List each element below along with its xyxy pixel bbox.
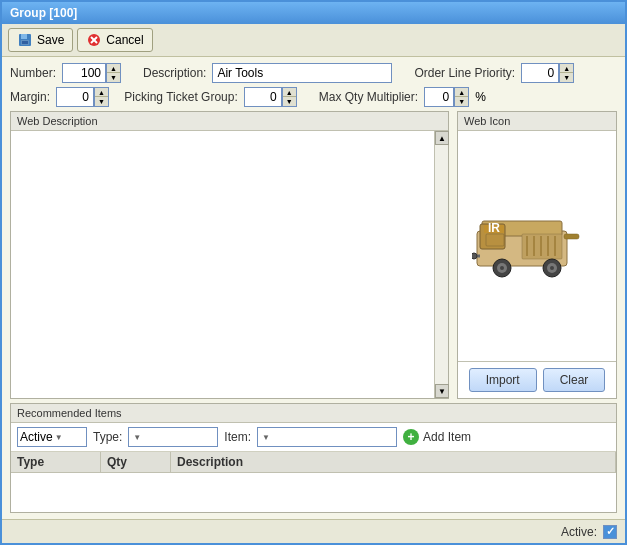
save-icon (17, 32, 33, 48)
order-line-priority-input[interactable] (521, 63, 559, 83)
picking-ticket-group-spinner: ▲ ▼ (282, 87, 297, 107)
active-checkbox[interactable]: ✓ (603, 525, 617, 539)
max-qty-multiplier-spinner: ▲ ▼ (454, 87, 469, 107)
type-dropdown[interactable]: ▼ (128, 427, 218, 447)
svg-rect-10 (522, 234, 562, 259)
col-desc-label: Description (177, 455, 243, 469)
checkbox-check: ✓ (606, 525, 615, 538)
svg-text:IR: IR (488, 221, 500, 235)
scroll-up-btn[interactable]: ▲ (435, 131, 449, 145)
web-icon-buttons: Import Clear (458, 362, 616, 398)
number-input[interactable] (62, 63, 106, 83)
margin-up-btn[interactable]: ▲ (95, 88, 108, 97)
cancel-label: Cancel (106, 33, 143, 47)
order-line-priority-down-btn[interactable]: ▼ (560, 73, 573, 82)
status-bar: Active: ✓ (2, 519, 625, 543)
status-dropdown-arrow: ▼ (55, 433, 63, 442)
col-header-description: Description (171, 452, 616, 472)
picking-ticket-group-input[interactable] (244, 87, 282, 107)
margin-down-btn[interactable]: ▼ (95, 97, 108, 106)
svg-rect-26 (564, 234, 579, 239)
row-margin: Margin: ▲ ▼ Picking Ticket Group: ▲ ▼ Ma… (10, 87, 617, 107)
item-dropdown[interactable]: ▼ (257, 427, 397, 447)
number-field: ▲ ▼ (62, 63, 121, 83)
item-label: Item: (224, 430, 251, 444)
web-icon-panel: Web Icon (457, 111, 617, 399)
status-dropdown-value: Active (20, 430, 53, 444)
toolbar: Save Cancel (2, 24, 625, 57)
web-description-scrollbar[interactable]: ▲ ▼ (434, 131, 448, 398)
number-spinner: ▲ ▼ (106, 63, 121, 83)
svg-rect-27 (486, 234, 504, 246)
recommended-items-table: Type Qty Description (11, 452, 616, 512)
recommended-items-title: Recommended Items (11, 404, 616, 423)
picking-ticket-group-field: ▲ ▼ (244, 87, 297, 107)
margin-spinner: ▲ ▼ (94, 87, 109, 107)
order-line-priority-label: Order Line Priority: (414, 66, 515, 80)
number-label: Number: (10, 66, 56, 80)
svg-rect-3 (22, 41, 28, 44)
web-description-textarea[interactable] (15, 135, 430, 394)
pct-unit: % (475, 90, 486, 104)
order-line-priority-spinner: ▲ ▼ (559, 63, 574, 83)
picking-ticket-group-label: Picking Ticket Group: (124, 90, 237, 104)
col-header-type: Type (11, 452, 101, 472)
web-icon-image: IR (458, 131, 616, 362)
description-label: Description: (143, 66, 206, 80)
picking-ticket-group-up-btn[interactable]: ▲ (283, 88, 296, 97)
web-icon-svg: IR (472, 206, 602, 286)
recommended-items-toolbar: Active ▼ Type: ▼ Item: ▼ + Add Item (11, 423, 616, 452)
margin-label: Margin: (10, 90, 50, 104)
max-qty-multiplier-label: Max Qty Multiplier: (319, 90, 418, 104)
description-input[interactable] (212, 63, 392, 83)
order-line-priority-up-btn[interactable]: ▲ (560, 64, 573, 73)
content-area: Number: ▲ ▼ Description: Order Line Prio… (2, 57, 625, 519)
max-qty-multiplier-field: ▲ ▼ (424, 87, 469, 107)
order-line-priority-field: ▲ ▼ (521, 63, 574, 83)
col-header-qty: Qty (101, 452, 171, 472)
max-qty-multiplier-input[interactable] (424, 87, 454, 107)
web-description-panel: Web Description ▲ ▼ (10, 111, 449, 399)
svg-point-23 (472, 253, 477, 259)
cancel-icon (86, 32, 102, 48)
active-label: Active: (561, 525, 597, 539)
status-dropdown[interactable]: Active ▼ (17, 427, 87, 447)
col-qty-label: Qty (107, 455, 127, 469)
svg-rect-1 (21, 34, 27, 39)
add-item-icon: + (403, 429, 419, 445)
add-item-button[interactable]: + Add Item (403, 429, 471, 445)
number-down-btn[interactable]: ▼ (107, 73, 120, 82)
add-item-label: Add Item (423, 430, 471, 444)
type-dropdown-arrow: ▼ (133, 433, 141, 442)
table-header: Type Qty Description (11, 452, 616, 473)
max-qty-multiplier-up-btn[interactable]: ▲ (455, 88, 468, 97)
scroll-down-btn[interactable]: ▼ (435, 384, 449, 398)
col-type-label: Type (17, 455, 44, 469)
middle-section: Web Description ▲ ▼ Web Icon (10, 111, 617, 399)
web-description-content: ▲ ▼ (11, 131, 448, 398)
window-title: Group [100] (10, 6, 77, 20)
picking-ticket-group-down-btn[interactable]: ▼ (283, 97, 296, 106)
item-dropdown-arrow: ▼ (262, 433, 270, 442)
number-up-btn[interactable]: ▲ (107, 64, 120, 73)
title-bar: Group [100] (2, 2, 625, 24)
margin-input[interactable] (56, 87, 94, 107)
type-label: Type: (93, 430, 122, 444)
web-description-title: Web Description (11, 112, 448, 131)
scroll-track (435, 145, 448, 384)
margin-field: ▲ ▼ (56, 87, 109, 107)
row-number-desc: Number: ▲ ▼ Description: Order Line Prio… (10, 63, 617, 83)
svg-point-21 (550, 266, 554, 270)
save-label: Save (37, 33, 64, 47)
main-window: Group [100] Save Cancel Number: (0, 0, 627, 545)
max-qty-multiplier-down-btn[interactable]: ▼ (455, 97, 468, 106)
clear-button[interactable]: Clear (543, 368, 606, 392)
import-button[interactable]: Import (469, 368, 537, 392)
recommended-items-section: Recommended Items Active ▼ Type: ▼ Item:… (10, 403, 617, 513)
web-icon-title: Web Icon (458, 112, 616, 131)
svg-point-18 (500, 266, 504, 270)
cancel-button[interactable]: Cancel (77, 28, 152, 52)
save-button[interactable]: Save (8, 28, 73, 52)
